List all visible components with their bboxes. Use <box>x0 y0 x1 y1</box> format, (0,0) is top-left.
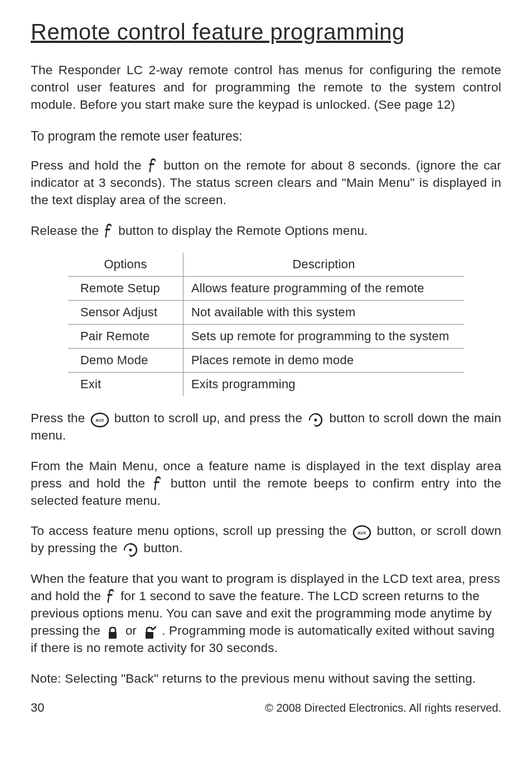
svg-point-5 <box>129 548 132 551</box>
page-title: Remote control feature programming <box>31 20 501 45</box>
table-row: Remote Setup Allows feature programming … <box>68 276 464 300</box>
aux-button-icon: AUX <box>352 525 371 540</box>
svg-text:AUX: AUX <box>357 531 366 535</box>
unlock-button-icon <box>143 626 156 640</box>
f-button-icon <box>148 157 158 173</box>
svg-point-2 <box>315 418 317 421</box>
page-footer: 30 © 2008 Directed Electronics. All righ… <box>31 701 501 715</box>
table-cell: Not available with this system <box>183 300 465 324</box>
svg-rect-6 <box>109 632 117 639</box>
paragraph-2: Release the button to display the Remote… <box>31 222 501 239</box>
f-button-icon <box>106 588 116 603</box>
table-cell: Exits programming <box>183 372 465 396</box>
svg-text:AUX: AUX <box>95 418 104 422</box>
table-header-row: Options Description <box>68 253 464 277</box>
table-row: Exit Exits programming <box>68 372 464 396</box>
lock-button-icon <box>106 626 119 640</box>
note-paragraph: Note: Selecting "Back" returns to the pr… <box>31 670 501 687</box>
table-cell: Sets up remote for programming to the sy… <box>183 324 465 348</box>
paragraph-6: When the feature that you want to progra… <box>31 570 501 656</box>
table-header: Options <box>68 253 183 277</box>
options-table: Options Description Remote Setup Allows … <box>68 253 464 396</box>
copyright-text: © 2008 Directed Electronics. All rights … <box>265 702 501 714</box>
table-cell: Exit <box>68 372 183 396</box>
table-cell: Allows feature programming of the remote <box>183 276 465 300</box>
text-segment: button to display the Remote Options men… <box>118 224 367 238</box>
remote-start-icon <box>122 543 139 557</box>
text-segment: button to scroll up, and press the <box>114 411 307 425</box>
svg-rect-7 <box>146 632 153 639</box>
intro-paragraph: The Responder LC 2-way remote control ha… <box>31 61 501 113</box>
text-segment: button. <box>144 541 183 555</box>
table-cell: Places remote in demo mode <box>183 348 465 372</box>
text-segment: or <box>125 624 141 638</box>
paragraph-4: From the Main Menu, once a feature name … <box>31 457 501 509</box>
text-segment: Release the <box>31 224 103 238</box>
table-row: Pair Remote Sets up remote for programmi… <box>68 324 464 348</box>
aux-button-icon: AUX <box>90 412 109 428</box>
note-label: Note: <box>31 672 61 685</box>
subheading: To program the remote user features: <box>31 129 501 144</box>
table-cell: Demo Mode <box>68 348 183 372</box>
paragraph-3: Press the AUX button to scroll up, and p… <box>31 409 501 444</box>
remote-start-icon <box>307 413 324 427</box>
table-row: Demo Mode Places remote in demo mode <box>68 348 464 372</box>
text-segment: Press and hold the <box>31 158 147 172</box>
table-cell: Pair Remote <box>68 324 183 348</box>
text-segment: To access feature menu options, scroll u… <box>31 524 351 538</box>
table-cell: Sensor Adjust <box>68 300 183 324</box>
table-row: Sensor Adjust Not available with this sy… <box>68 300 464 324</box>
paragraph-5: To access feature menu options, scroll u… <box>31 522 501 557</box>
table-header: Description <box>183 253 465 277</box>
text-segment: Press the <box>31 411 89 425</box>
paragraph-1: Press and hold the button on the remote … <box>31 157 501 209</box>
table-cell: Remote Setup <box>68 276 183 300</box>
note-text: Selecting "Back" returns to the previous… <box>61 672 476 685</box>
page-number: 30 <box>31 701 44 715</box>
f-button-icon <box>153 475 163 491</box>
f-button-icon <box>104 223 114 238</box>
